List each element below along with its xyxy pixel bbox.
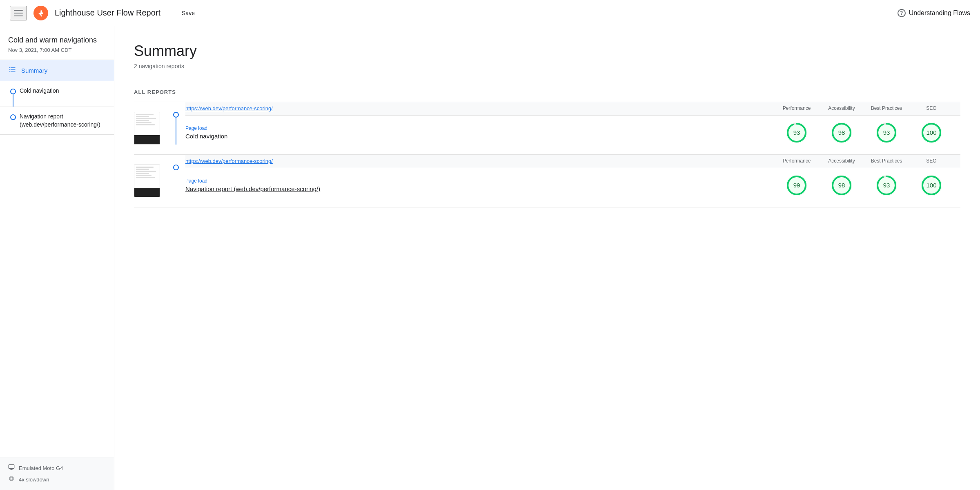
svg-rect-5	[9, 71, 10, 72]
monitor-icon	[8, 464, 15, 472]
report-header-row-2: https://web.dev/performance-scoring/ Per…	[185, 155, 960, 168]
summary-section: Summary 2 navigation reports	[134, 42, 960, 69]
svg-rect-1	[9, 67, 10, 68]
score-best-practices-2: 93	[864, 175, 909, 196]
report-thumbnail-1	[134, 112, 160, 145]
project-date: Nov 3, 2021, 7:00 AM CDT	[8, 47, 106, 53]
score-performance-1: 93	[774, 122, 819, 143]
header-title: Lighthouse User Flow Report	[55, 8, 160, 18]
report-info-1: Page load Cold navigation	[185, 125, 774, 140]
report-circle-2	[173, 165, 179, 170]
svg-rect-4	[11, 69, 16, 70]
content-area: Summary 2 navigation reports ALL REPORTS	[114, 26, 980, 490]
understanding-flows-link[interactable]: ? Understanding Flows	[898, 9, 970, 17]
report-scores-2: 99 98	[774, 175, 954, 196]
thumb-bottom-2	[134, 188, 160, 197]
report-url-1[interactable]: https://web.dev/performance-scoring/	[185, 105, 774, 111]
emulated-device-label: Emulated Moto G4	[19, 465, 63, 471]
timeline-circle-1	[10, 89, 16, 94]
report-body-1: https://web.dev/performance-scoring/ Per…	[185, 102, 960, 154]
timeline-circle-2	[10, 114, 16, 120]
score-circle-best-practices-1: 93	[876, 122, 897, 143]
emulated-device-item: Emulated Moto G4	[8, 464, 106, 472]
sidebar: Cold and warm navigations Nov 3, 2021, 7…	[0, 26, 114, 490]
svg-rect-7	[9, 465, 14, 468]
sidebar-nav: Summary Cold navigation Navigation repor…	[0, 60, 114, 457]
col-header-accessibility-1: Accessibility	[819, 105, 864, 112]
sidebar-project-info: Cold and warm navigations Nov 3, 2021, 7…	[0, 26, 114, 60]
main-layout: Cold and warm navigations Nov 3, 2021, 7…	[0, 26, 980, 490]
report-thumbnail-col-1	[134, 102, 167, 154]
score-performance-2: 99	[774, 175, 819, 196]
score-circle-seo-2: 100	[921, 175, 942, 196]
report-card-1: https://web.dev/performance-scoring/ Per…	[134, 102, 960, 155]
score-circle-performance-1: 93	[786, 122, 807, 143]
report-line-1	[176, 118, 176, 145]
save-button[interactable]: Save	[177, 7, 200, 20]
report-url-2[interactable]: https://web.dev/performance-scoring/	[185, 158, 774, 164]
report-name-2[interactable]: Navigation report (web.dev/performance-s…	[185, 185, 774, 192]
nav-item-navigation-report-label: Navigation report(web.dev/performance-sc…	[16, 107, 105, 134]
report-info-row-1: Page load Cold navigation	[185, 116, 960, 150]
summary-title: Summary	[134, 42, 960, 60]
sidebar-footer: Emulated Moto G4 4x slowdown	[0, 457, 114, 490]
score-value-performance-1: 93	[793, 129, 800, 136]
score-circle-accessibility-1: 98	[831, 122, 852, 143]
sidebar-item-cold-navigation[interactable]: Cold navigation	[0, 81, 114, 107]
cpu-icon	[8, 475, 15, 483]
svg-rect-3	[9, 69, 10, 70]
cpu-slowdown-label: 4x slowdown	[19, 477, 49, 483]
report-timeline-col-2	[167, 155, 185, 207]
report-info-row-2: Page load Navigation report (web.dev/per…	[185, 168, 960, 203]
score-circle-accessibility-2: 98	[831, 175, 852, 196]
score-value-accessibility-2: 98	[838, 182, 845, 189]
all-reports-label: ALL REPORTS	[134, 89, 960, 95]
score-circle-seo-1: 100	[921, 122, 942, 143]
header-left: Lighthouse User Flow Report Save	[10, 6, 200, 20]
score-value-accessibility-1: 98	[838, 129, 845, 136]
summary-subtitle: 2 navigation reports	[134, 63, 960, 69]
report-circle-1	[173, 112, 179, 118]
sidebar-item-navigation-report[interactable]: Navigation report(web.dev/performance-sc…	[0, 107, 114, 135]
report-name-1[interactable]: Cold navigation	[185, 133, 774, 140]
nav-item-cold-navigation-label: Cold navigation	[16, 81, 64, 101]
report-header-row-1: https://web.dev/performance-scoring/ Per…	[185, 102, 960, 116]
header: Lighthouse User Flow Report Save ? Under…	[0, 0, 980, 26]
col-header-best-practices-2: Best Practices	[864, 158, 909, 165]
report-type-1: Page load	[185, 125, 774, 131]
report-header-cols-2: Performance Accessibility Best Practices…	[774, 158, 954, 165]
sidebar-item-summary[interactable]: Summary	[0, 60, 114, 81]
report-type-2: Page load	[185, 178, 774, 184]
thumb-bottom-1	[134, 135, 160, 144]
help-icon: ?	[898, 9, 906, 17]
score-accessibility-1: 98	[819, 122, 864, 143]
report-card-2: https://web.dev/performance-scoring/ Per…	[134, 155, 960, 207]
svg-rect-2	[11, 67, 16, 68]
score-seo-1: 100	[909, 122, 954, 143]
score-value-seo-1: 100	[926, 129, 936, 136]
col-header-seo-2: SEO	[909, 158, 954, 165]
timeline-col-1	[0, 81, 16, 107]
understanding-flows-label: Understanding Flows	[909, 9, 970, 17]
score-value-seo-2: 100	[926, 182, 936, 189]
score-value-best-practices-1: 93	[883, 129, 890, 136]
list-icon	[8, 66, 16, 75]
report-header-cols-1: Performance Accessibility Best Practices…	[774, 105, 954, 112]
report-thumbnail-col-2	[134, 155, 167, 207]
report-body-2: https://web.dev/performance-scoring/ Per…	[185, 155, 960, 207]
svg-rect-6	[11, 71, 16, 72]
score-circle-best-practices-2: 93	[876, 175, 897, 196]
score-value-best-practices-2: 93	[883, 182, 890, 189]
project-title: Cold and warm navigations	[8, 36, 106, 45]
reports-container: ALL REPORTS	[134, 89, 960, 207]
score-best-practices-1: 93	[864, 122, 909, 143]
lighthouse-logo	[33, 6, 48, 20]
menu-button[interactable]	[10, 6, 27, 20]
svg-rect-10	[10, 477, 13, 480]
col-header-performance-2: Performance	[774, 158, 819, 165]
report-timeline-col-1	[167, 102, 185, 154]
report-info-2: Page load Navigation report (web.dev/per…	[185, 178, 774, 192]
score-circle-performance-2: 99	[786, 175, 807, 196]
summary-label: Summary	[21, 67, 47, 74]
thumb-top-1	[134, 112, 160, 135]
